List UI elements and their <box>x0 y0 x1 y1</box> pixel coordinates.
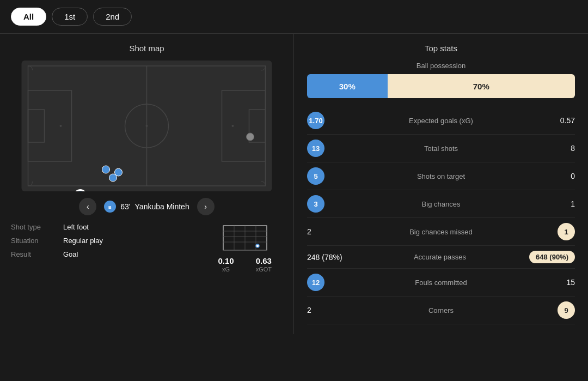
svg-point-8 <box>146 125 148 127</box>
stat-name: Corners <box>351 306 531 315</box>
possession-left: 30% <box>307 74 388 98</box>
stat-right: 0.57 <box>531 116 575 125</box>
stat-right: 1 <box>531 223 575 240</box>
stat-right: 15 <box>531 278 575 287</box>
next-shot-button[interactable]: › <box>197 198 215 215</box>
stat-right-value: 0 <box>571 172 575 180</box>
stats-row: 3 Big chances 1 <box>307 190 575 218</box>
shot-type-label: Shot type <box>11 223 54 231</box>
stat-left-value: 2 <box>307 306 311 315</box>
shot-info: B 63' Yankuba Minteh <box>104 201 189 213</box>
period-2nd-button[interactable]: 2nd <box>93 8 132 26</box>
shot-detail-values: Left foot Regular play Goal <box>63 223 218 273</box>
stats-row: 1.70 Expected goals (xG) 0.57 <box>307 107 575 135</box>
stats-row: 12 Fouls committed 15 <box>307 269 575 297</box>
period-1st-button[interactable]: 1st <box>52 8 88 26</box>
stat-left-value: 248 (78%) <box>307 253 342 262</box>
period-all-button[interactable]: All <box>11 8 46 26</box>
stat-left: 12 <box>307 274 351 291</box>
xgot-label: xGOT <box>256 266 272 273</box>
stat-name: Accurate passes <box>351 253 529 261</box>
stat-name: Expected goals (xG) <box>351 117 531 125</box>
stat-left: 5 <box>307 167 351 185</box>
pitch-container <box>11 61 283 191</box>
stat-left-badge: 13 <box>307 140 324 157</box>
stat-right: 1 <box>531 199 575 208</box>
stat-right-badge: 1 <box>558 223 575 240</box>
shot-minute: 63' <box>120 202 130 211</box>
stat-right: 0 <box>531 172 575 180</box>
svg-point-13 <box>115 168 122 176</box>
shot-player: Yankuba Minteh <box>135 202 189 211</box>
top-stats-title: Top stats <box>307 44 575 53</box>
stat-right-value: 15 <box>566 278 575 287</box>
stat-name: Shots on target <box>351 172 531 180</box>
shot-type-value: Left foot <box>63 223 218 231</box>
stat-right-value: 1 <box>571 199 575 208</box>
xgot-value: 0.63 <box>256 256 272 265</box>
shot-detail-labels: Shot type Situation Result <box>11 223 54 273</box>
stat-left: 3 <box>307 195 351 213</box>
main-content: Shot map <box>0 33 588 334</box>
period-selector: All 1st 2nd <box>0 0 588 33</box>
stat-left: 13 <box>307 140 351 157</box>
svg-point-42 <box>256 244 259 247</box>
stat-right: 8 <box>531 144 575 153</box>
stats-row: 248 (78%) Accurate passes 648 (90%) <box>307 246 575 269</box>
shot-navigation: ‹ B 63' Yankuba Minteh › <box>11 198 283 215</box>
stat-left: 2 <box>307 306 351 315</box>
stat-left-badge: 3 <box>307 195 324 213</box>
shot-details: Shot type Situation Result Left foot Reg… <box>11 223 283 273</box>
xg-values: 0.10 xG 0.63 xGOT <box>218 256 272 273</box>
stat-name: Fouls committed <box>351 279 531 287</box>
stat-left: 1.70 <box>307 112 351 129</box>
stats-row: 5 Shots on target 0 <box>307 162 575 190</box>
stat-left: 248 (78%) <box>307 253 351 262</box>
result-value: Goal <box>63 250 218 258</box>
stats-rows: 1.70 Expected goals (xG) 0.57 13 Total s… <box>307 107 575 324</box>
goal-frame-svg <box>220 223 270 253</box>
stat-right-value: 0.57 <box>560 116 575 125</box>
svg-point-11 <box>102 166 110 173</box>
situation-value: Regular play <box>63 237 218 245</box>
situation-label: Situation <box>11 237 54 245</box>
stat-left: 2 <box>307 227 351 236</box>
pitch-svg <box>11 61 283 191</box>
stat-left-badge: 12 <box>307 274 324 291</box>
stat-left-value: 2 <box>307 227 311 236</box>
team-logo: B <box>104 201 116 213</box>
stats-row: 2 Big chances missed 1 <box>307 218 575 246</box>
result-label: Result <box>11 250 54 258</box>
stat-name: Total shots <box>351 144 531 153</box>
stat-name: Big chances missed <box>351 228 531 236</box>
stat-left-badge: 1.70 <box>307 112 324 129</box>
stat-left-badge: 5 <box>307 167 324 185</box>
svg-point-21 <box>247 133 254 141</box>
stats-row: 2 Corners 9 <box>307 297 575 324</box>
possession-bar: 30% 70% <box>307 74 575 98</box>
stat-right-badge: 9 <box>558 301 575 319</box>
goal-visual: 0.10 xG 0.63 xGOT <box>218 223 272 273</box>
stats-row: 13 Total shots 8 <box>307 135 575 162</box>
svg-point-9 <box>60 125 62 127</box>
svg-point-10 <box>232 125 234 127</box>
stat-right: 648 (90%) <box>529 251 575 263</box>
shot-map-title: Shot map <box>11 44 283 53</box>
shot-map-panel: Shot map <box>0 34 294 334</box>
prev-shot-button[interactable]: ‹ <box>79 198 96 215</box>
xg-label: xG <box>218 266 234 273</box>
possession-right: 70% <box>388 74 575 98</box>
stat-name: Big chances <box>351 200 531 208</box>
stat-right-badge-wide: 648 (90%) <box>529 251 575 263</box>
stat-right: 9 <box>531 301 575 319</box>
xg-value: 0.10 <box>218 256 234 265</box>
possession-label: Ball possession <box>307 62 575 70</box>
svg-text:B: B <box>108 205 112 210</box>
stat-right-value: 8 <box>571 144 575 153</box>
top-stats-panel: Top stats Ball possession 30% 70% 1.70 E… <box>294 34 588 334</box>
